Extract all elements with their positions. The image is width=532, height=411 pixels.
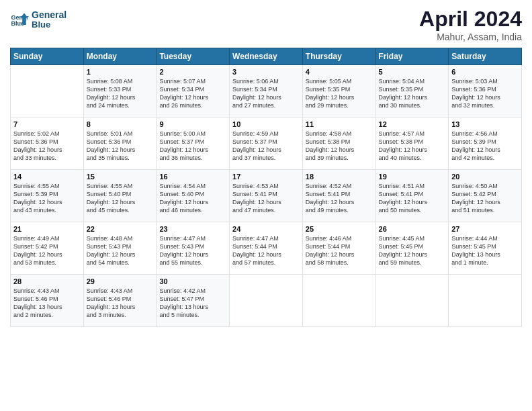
cell-content: Sunrise: 4:49 AM Sunset: 5:42 PM Dayligh… bbox=[13, 234, 81, 267]
cell-content: Sunrise: 4:50 AM Sunset: 5:42 PM Dayligh… bbox=[451, 182, 519, 215]
logo-icon: General Blue bbox=[10, 11, 29, 30]
weekday-label: Saturday bbox=[449, 48, 522, 65]
calendar-cell: 30Sunrise: 4:42 AM Sunset: 5:47 PM Dayli… bbox=[157, 275, 230, 327]
calendar-cell bbox=[449, 275, 522, 327]
logo: General Blue General Blue bbox=[10, 10, 66, 30]
day-number: 25 bbox=[306, 225, 373, 233]
day-number: 8 bbox=[87, 120, 154, 128]
calendar-cell bbox=[375, 275, 449, 327]
calendar-week-row: 14Sunrise: 4:55 AM Sunset: 5:39 PM Dayli… bbox=[11, 170, 522, 222]
calendar-cell: 24Sunrise: 4:47 AM Sunset: 5:44 PM Dayli… bbox=[230, 222, 303, 275]
calendar-cell: 26Sunrise: 4:45 AM Sunset: 5:45 PM Dayli… bbox=[375, 222, 449, 275]
calendar-cell bbox=[302, 275, 375, 327]
cell-content: Sunrise: 4:43 AM Sunset: 5:46 PM Dayligh… bbox=[87, 287, 154, 320]
day-number: 17 bbox=[232, 173, 300, 181]
cell-content: Sunrise: 4:55 AM Sunset: 5:39 PM Dayligh… bbox=[13, 182, 81, 215]
svg-text:Blue: Blue bbox=[11, 20, 24, 27]
calendar-cell: 1Sunrise: 5:08 AM Sunset: 5:33 PM Daylig… bbox=[83, 65, 157, 118]
weekday-header: SundayMondayTuesdayWednesdayThursdayFrid… bbox=[11, 48, 522, 65]
calendar-header: General Blue General Blue April 2024 Mah… bbox=[10, 7, 522, 42]
location-subtitle: Mahur, Assam, India bbox=[419, 32, 522, 42]
calendar-cell: 12Sunrise: 4:57 AM Sunset: 5:38 PM Dayli… bbox=[375, 118, 449, 170]
calendar-cell: 17Sunrise: 4:53 AM Sunset: 5:41 PM Dayli… bbox=[230, 170, 303, 222]
calendar-cell: 22Sunrise: 4:48 AM Sunset: 5:43 PM Dayli… bbox=[83, 222, 157, 275]
title-block: April 2024 Mahur, Assam, India bbox=[419, 7, 522, 42]
calendar-cell: 18Sunrise: 4:52 AM Sunset: 5:41 PM Dayli… bbox=[302, 170, 375, 222]
cell-content: Sunrise: 4:46 AM Sunset: 5:44 PM Dayligh… bbox=[306, 234, 373, 267]
calendar-container: General Blue General Blue April 2024 Mah… bbox=[0, 0, 532, 411]
cell-content: Sunrise: 4:58 AM Sunset: 5:38 PM Dayligh… bbox=[306, 130, 373, 163]
day-number: 5 bbox=[379, 68, 446, 76]
calendar-cell: 9Sunrise: 5:00 AM Sunset: 5:37 PM Daylig… bbox=[157, 118, 230, 170]
day-number: 27 bbox=[451, 225, 519, 233]
weekday-label: Sunday bbox=[11, 48, 84, 65]
cell-content: Sunrise: 5:02 AM Sunset: 5:36 PM Dayligh… bbox=[13, 130, 81, 163]
weekday-label: Monday bbox=[83, 48, 157, 65]
day-number: 16 bbox=[159, 173, 226, 181]
calendar-cell: 16Sunrise: 4:54 AM Sunset: 5:40 PM Dayli… bbox=[157, 170, 230, 222]
day-number: 1 bbox=[87, 68, 154, 76]
cell-content: Sunrise: 4:47 AM Sunset: 5:44 PM Dayligh… bbox=[232, 234, 300, 267]
cell-content: Sunrise: 5:01 AM Sunset: 5:36 PM Dayligh… bbox=[87, 130, 154, 163]
day-number: 19 bbox=[379, 173, 446, 181]
calendar-cell: 19Sunrise: 4:51 AM Sunset: 5:41 PM Dayli… bbox=[375, 170, 449, 222]
calendar-cell: 20Sunrise: 4:50 AM Sunset: 5:42 PM Dayli… bbox=[449, 170, 522, 222]
calendar-week-row: 28Sunrise: 4:43 AM Sunset: 5:46 PM Dayli… bbox=[11, 275, 522, 327]
calendar-cell: 29Sunrise: 4:43 AM Sunset: 5:46 PM Dayli… bbox=[83, 275, 157, 327]
day-number: 15 bbox=[87, 173, 154, 181]
calendar-table: SundayMondayTuesdayWednesdayThursdayFrid… bbox=[10, 48, 522, 327]
cell-content: Sunrise: 4:53 AM Sunset: 5:41 PM Dayligh… bbox=[232, 182, 300, 215]
day-number: 13 bbox=[451, 120, 519, 128]
day-number: 9 bbox=[159, 120, 226, 128]
cell-content: Sunrise: 4:57 AM Sunset: 5:38 PM Dayligh… bbox=[379, 130, 446, 163]
calendar-week-row: 1Sunrise: 5:08 AM Sunset: 5:33 PM Daylig… bbox=[11, 65, 522, 118]
calendar-cell: 4Sunrise: 5:05 AM Sunset: 5:35 PM Daylig… bbox=[302, 65, 375, 118]
logo-line2: Blue bbox=[32, 20, 66, 30]
day-number: 7 bbox=[13, 120, 81, 128]
calendar-cell: 14Sunrise: 4:55 AM Sunset: 5:39 PM Dayli… bbox=[11, 170, 84, 222]
cell-content: Sunrise: 4:43 AM Sunset: 5:46 PM Dayligh… bbox=[13, 287, 81, 320]
day-number: 22 bbox=[87, 225, 154, 233]
day-number: 12 bbox=[379, 120, 446, 128]
logo-text: General Blue bbox=[32, 10, 66, 30]
calendar-cell: 11Sunrise: 4:58 AM Sunset: 5:38 PM Dayli… bbox=[302, 118, 375, 170]
weekday-label: Thursday bbox=[302, 48, 375, 65]
day-number: 18 bbox=[306, 173, 373, 181]
calendar-cell bbox=[11, 65, 84, 118]
calendar-cell: 8Sunrise: 5:01 AM Sunset: 5:36 PM Daylig… bbox=[83, 118, 157, 170]
cell-content: Sunrise: 5:06 AM Sunset: 5:34 PM Dayligh… bbox=[232, 77, 300, 110]
day-number: 4 bbox=[306, 68, 373, 76]
month-year-title: April 2024 bbox=[419, 7, 522, 32]
day-number: 14 bbox=[13, 173, 81, 181]
cell-content: Sunrise: 4:42 AM Sunset: 5:47 PM Dayligh… bbox=[159, 287, 226, 320]
cell-content: Sunrise: 4:52 AM Sunset: 5:41 PM Dayligh… bbox=[306, 182, 373, 215]
calendar-cell: 28Sunrise: 4:43 AM Sunset: 5:46 PM Dayli… bbox=[11, 275, 84, 327]
calendar-cell: 25Sunrise: 4:46 AM Sunset: 5:44 PM Dayli… bbox=[302, 222, 375, 275]
day-number: 23 bbox=[159, 225, 226, 233]
calendar-cell: 21Sunrise: 4:49 AM Sunset: 5:42 PM Dayli… bbox=[11, 222, 84, 275]
cell-content: Sunrise: 4:51 AM Sunset: 5:41 PM Dayligh… bbox=[379, 182, 446, 215]
calendar-cell bbox=[230, 275, 303, 327]
calendar-cell: 27Sunrise: 4:44 AM Sunset: 5:45 PM Dayli… bbox=[449, 222, 522, 275]
day-number: 30 bbox=[159, 277, 226, 285]
weekday-label: Wednesday bbox=[230, 48, 303, 65]
calendar-week-row: 21Sunrise: 4:49 AM Sunset: 5:42 PM Dayli… bbox=[11, 222, 522, 275]
calendar-cell: 3Sunrise: 5:06 AM Sunset: 5:34 PM Daylig… bbox=[230, 65, 303, 118]
cell-content: Sunrise: 4:55 AM Sunset: 5:40 PM Dayligh… bbox=[87, 182, 154, 215]
cell-content: Sunrise: 5:08 AM Sunset: 5:33 PM Dayligh… bbox=[87, 77, 154, 110]
weekday-label: Friday bbox=[375, 48, 449, 65]
day-number: 2 bbox=[159, 68, 226, 76]
day-number: 3 bbox=[232, 68, 300, 76]
cell-content: Sunrise: 5:07 AM Sunset: 5:34 PM Dayligh… bbox=[159, 77, 226, 110]
day-number: 26 bbox=[379, 225, 446, 233]
calendar-cell: 13Sunrise: 4:56 AM Sunset: 5:39 PM Dayli… bbox=[449, 118, 522, 170]
calendar-body: 1Sunrise: 5:08 AM Sunset: 5:33 PM Daylig… bbox=[11, 65, 522, 327]
day-number: 21 bbox=[13, 225, 81, 233]
calendar-cell: 2Sunrise: 5:07 AM Sunset: 5:34 PM Daylig… bbox=[157, 65, 230, 118]
cell-content: Sunrise: 5:04 AM Sunset: 5:35 PM Dayligh… bbox=[379, 77, 446, 110]
cell-content: Sunrise: 5:05 AM Sunset: 5:35 PM Dayligh… bbox=[306, 77, 373, 110]
calendar-header-row: SundayMondayTuesdayWednesdayThursdayFrid… bbox=[11, 48, 522, 65]
calendar-cell: 6Sunrise: 5:03 AM Sunset: 5:36 PM Daylig… bbox=[449, 65, 522, 118]
cell-content: Sunrise: 4:56 AM Sunset: 5:39 PM Dayligh… bbox=[451, 130, 519, 163]
day-number: 10 bbox=[232, 120, 300, 128]
